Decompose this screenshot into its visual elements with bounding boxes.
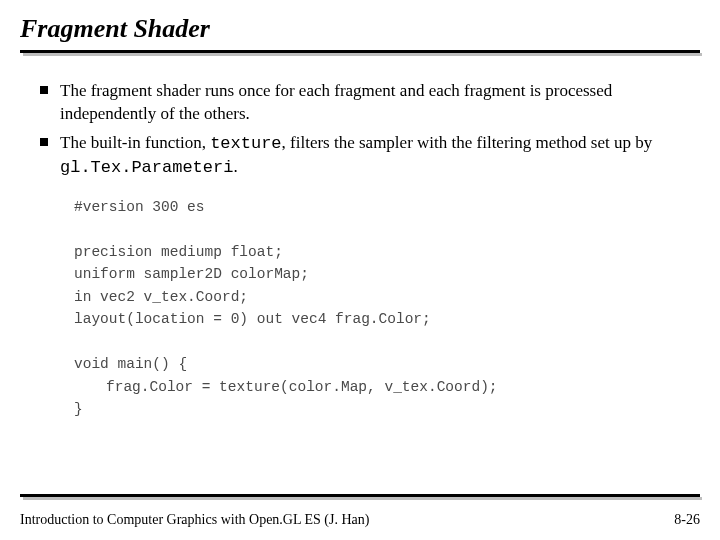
code-line: in vec2 v_tex.Coord; <box>74 289 248 305</box>
slide-title: Fragment Shader <box>20 14 700 48</box>
code-block: #version 300 es precision mediump float;… <box>74 196 690 421</box>
bullet-text: , filters the sampler with the filtering… <box>282 133 653 152</box>
code-line: frag.Color = texture(color.Map, v_tex.Co… <box>74 376 690 398</box>
inline-code: texture <box>210 134 281 153</box>
code-line: layout(location = 0) out vec4 frag.Color… <box>74 311 431 327</box>
code-line: uniform sampler2D colorMap; <box>74 266 309 282</box>
inline-code: gl.Tex.Parameteri <box>60 158 233 177</box>
bullet-item: The built-in function, texture, filters … <box>38 132 690 180</box>
bullet-list: The fragment shader runs once for each f… <box>38 80 690 180</box>
bullet-item: The fragment shader runs once for each f… <box>38 80 690 126</box>
bullet-text: . <box>233 157 237 176</box>
footer-left: Introduction to Computer Graphics with O… <box>20 512 369 528</box>
bullet-text: The fragment shader runs once for each f… <box>60 81 612 123</box>
slide-footer: Introduction to Computer Graphics with O… <box>20 512 700 528</box>
code-line: } <box>74 401 83 417</box>
slide-content: The fragment shader runs once for each f… <box>20 56 700 420</box>
footer-divider <box>20 494 700 500</box>
bullet-text: The built-in function, <box>60 133 210 152</box>
code-line: #version 300 es <box>74 199 205 215</box>
code-line: precision mediump float; <box>74 244 283 260</box>
title-divider <box>20 50 700 56</box>
page-number: 8-26 <box>674 512 700 528</box>
code-line: void main() { <box>74 356 187 372</box>
